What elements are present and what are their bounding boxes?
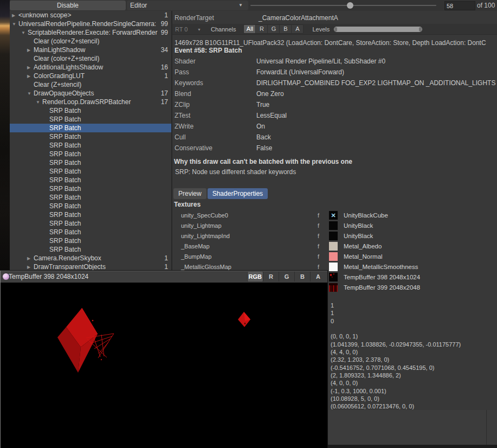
tree-row-count: 1 (164, 72, 171, 80)
tree-row[interactable]: Clear (Z+stencil) (10, 80, 171, 89)
tree-row[interactable]: SRP Batch (10, 132, 171, 141)
tree-row-label: UniversalRenderPipeline.RenderSingleCame… (18, 20, 156, 28)
frame-number-input[interactable] (444, 1, 475, 10)
texture-thumbnail[interactable] (329, 221, 338, 230)
texture-thumbnail[interactable] (329, 263, 338, 271)
tree-row-label: SRP Batch (49, 133, 81, 140)
tree-row-label: SRP Batch (49, 150, 81, 158)
disclosure-triangle-icon[interactable]: ▼ (36, 100, 42, 105)
detail-value: On (256, 123, 265, 130)
disclosure-triangle-icon[interactable]: ▼ (27, 91, 34, 96)
tree-row[interactable]: SRP Batch (10, 106, 171, 115)
disclosure-triangle-icon[interactable]: ▶ (27, 256, 34, 261)
texture-thumbnail[interactable] (329, 273, 338, 281)
tree-row[interactable]: SRP Batch (10, 150, 171, 158)
texture-row[interactable]: unity_LightmapInd f UnityBlack (172, 231, 497, 241)
texture-row[interactable]: unity_Lightmap f UnityBlack (172, 221, 497, 231)
detail-row: Cull Back (172, 132, 497, 143)
tree-row[interactable]: SRP Batch (10, 115, 171, 124)
preview-titlebar[interactable]: TempBuffer 398 2048x1024 RGB R G B A (1, 271, 327, 283)
channel-button[interactable]: G (267, 25, 279, 33)
preview-channel-button[interactable]: RGB (247, 272, 263, 281)
channel-button[interactable]: A (291, 25, 303, 33)
tree-row[interactable]: SRP Batch (10, 236, 171, 245)
texture-thumbnail[interactable] (329, 232, 338, 240)
tree-row[interactable]: SRP Batch (10, 228, 171, 236)
tree-row[interactable]: ▼ UniversalRenderPipeline.RenderSingleCa… (10, 20, 171, 28)
texture-thumbnail[interactable] (329, 252, 338, 261)
tree-row[interactable]: ▶ ColorGradingLUT 1 (10, 72, 171, 80)
tree-row[interactable]: ▼ ScriptableRenderer.Execute: ForwardRen… (10, 28, 171, 37)
tree-row[interactable]: SRP Batch (10, 202, 171, 210)
tree-row[interactable]: SRP Batch (10, 124, 171, 132)
disclosure-triangle-icon[interactable]: ▶ (27, 48, 34, 53)
float-value: (-0.5416752, 0.7071068, 0.4545195, 0) (331, 364, 497, 372)
texture-property-name: _BumpMap (181, 253, 211, 260)
disclosure-triangle-icon[interactable]: ▶ (27, 65, 34, 70)
tree-row[interactable]: ▶ MainLightShadow 34 (10, 46, 171, 54)
tree-row-count: 1 (164, 11, 171, 19)
tree-row[interactable]: SRP Batch (10, 158, 171, 167)
tree-row[interactable]: ▼ DrawOpaqueObjects 17 (10, 89, 171, 98)
preview-channel-button[interactable]: A (310, 272, 326, 281)
disclosure-triangle-icon[interactable]: ▶ (27, 265, 34, 270)
texture-row[interactable]: _BumpMap f Metal_Normal (172, 252, 497, 262)
tree-row[interactable]: SRP Batch (10, 184, 171, 193)
footer-bottom-strip (327, 445, 497, 448)
tree-row[interactable]: ▶ AdditionalLightsShadow 16 (10, 63, 171, 72)
detail-label: Cull (175, 133, 186, 141)
preview-channel-button[interactable]: R (263, 272, 279, 281)
tree-row[interactable]: SRP Batch (10, 245, 171, 254)
tree-row-label: SRP Batch (49, 228, 81, 236)
tree-row-count: 1 (164, 254, 171, 262)
tree-row-label: DrawTransparentObjects (34, 263, 106, 271)
detail-value: Universal Render Pipeline/Lit, SubShader… (256, 57, 385, 65)
float-value: (2.32, 1.203, 2.378, 0) (331, 356, 497, 363)
disable-button[interactable]: Disable (10, 1, 126, 10)
rt-index-dropdown[interactable]: RT 0 ▼ (175, 26, 201, 33)
disclosure-triangle-icon[interactable]: ▶ (12, 13, 18, 18)
tree-row[interactable]: Clear (color+Z+stencil) (10, 54, 171, 63)
tree-row[interactable]: SRP Batch (10, 193, 171, 202)
texture-name: TempBuffer 399 2048x2048 (344, 284, 420, 291)
channel-button[interactable]: All (244, 25, 255, 33)
tree-row-label: Clear (Z+stencil) (34, 81, 81, 88)
texture-thumbnail[interactable]: ✕ (329, 211, 338, 220)
levels-range-slider[interactable] (334, 27, 422, 32)
tree-row[interactable]: ▶ Camera.RenderSkybox 1 (10, 254, 171, 263)
disclosure-triangle-icon[interactable]: ▶ (27, 74, 34, 79)
tree-row[interactable]: Clear (color+Z+stencil) (10, 37, 171, 46)
texture-row[interactable]: _BaseMap f Metal_Albedo (172, 241, 497, 252)
tree-row[interactable]: SRP Batch (10, 176, 171, 184)
detail-row: Pass ForwardLit (UniversalForward) (172, 67, 497, 78)
tree-row[interactable]: ▼ RenderLoop.DrawSRPBatcher 17 (10, 98, 171, 106)
texture-thumbnail[interactable] (329, 242, 338, 251)
detail-tab[interactable]: Preview (173, 188, 206, 199)
tree-row[interactable]: ▶ <unknown scope> 1 (10, 11, 171, 20)
frame-slider-handle[interactable] (347, 2, 353, 9)
levels-max-handle[interactable] (419, 27, 422, 31)
tree-row[interactable]: SRP Batch (10, 167, 171, 176)
detail-row: Conservative False (172, 143, 497, 153)
tree-row[interactable]: SRP Batch (10, 210, 171, 219)
disclosure-triangle-icon[interactable]: ▼ (12, 22, 18, 27)
preview-channel-button[interactable]: B (294, 272, 310, 281)
texture-thumbnail[interactable] (329, 283, 338, 292)
tree-row-label: ColorGradingLUT (34, 72, 85, 80)
channel-button[interactable]: R (255, 25, 267, 33)
detail-label: Conservative (175, 144, 212, 152)
frame-slider-track[interactable] (250, 5, 436, 6)
channel-button[interactable]: B (279, 25, 291, 33)
target-select-dropdown[interactable]: Editor ▼ (127, 1, 248, 10)
texture-preview-window: TempBuffer 398 2048x1024 RGB R G B A (0, 271, 327, 448)
texture-row[interactable]: unity_SpecCube0 f ✕ UnityBlackCube (172, 210, 497, 221)
tree-row[interactable]: ▶ DrawTransparentObjects 1 (10, 263, 171, 271)
tree-row[interactable]: SRP Batch (10, 141, 171, 150)
disclosure-triangle-icon[interactable]: ▼ (21, 30, 28, 35)
detail-tab[interactable]: ShaderProperties (208, 188, 268, 199)
preview-render-area[interactable] (1, 283, 327, 448)
preview-channel-button[interactable]: G (279, 272, 294, 281)
levels-min-handle[interactable] (334, 27, 337, 31)
texture-name: UnityBlack (344, 233, 373, 239)
tree-row[interactable]: SRP Batch (10, 219, 171, 228)
